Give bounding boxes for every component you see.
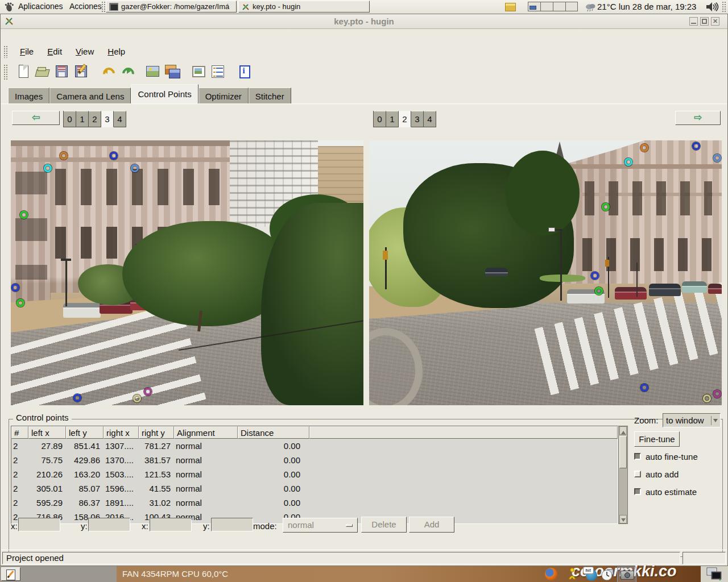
- next-pair-button[interactable]: ⇨: [675, 111, 721, 125]
- maximize-button[interactable]: [700, 17, 709, 26]
- package-icon[interactable]: [505, 3, 516, 11]
- control-point[interactable]: [20, 211, 28, 219]
- control-point[interactable]: [591, 272, 599, 280]
- mode-dropdown[interactable]: normal: [283, 518, 358, 533]
- toolbar-about-button[interactable]: [235, 63, 253, 81]
- prev-pair-button[interactable]: ⇦: [12, 111, 60, 125]
- control-point[interactable]: [144, 388, 152, 396]
- column-header-right-x[interactable]: right x: [104, 426, 139, 439]
- checkbox-auto-estimate[interactable]: auto estimate: [634, 487, 697, 496]
- image-select-3[interactable]: 3: [101, 111, 114, 127]
- menu-aplicaciones[interactable]: Aplicaciones: [15, 0, 67, 13]
- delete-button[interactable]: Delete: [361, 517, 407, 533]
- toolbar-save-button[interactable]: [53, 63, 71, 81]
- left-x-input[interactable]: [18, 518, 60, 531]
- column-header-left-y[interactable]: left y: [66, 426, 104, 439]
- scroll-down-arrow[interactable]: [619, 515, 627, 523]
- image-select-2[interactable]: 2: [399, 111, 411, 127]
- image-select-0[interactable]: 0: [64, 111, 76, 127]
- toolbar-preview-button[interactable]: [189, 63, 208, 81]
- control-point[interactable]: [131, 164, 139, 172]
- toolbar-new-button[interactable]: [14, 63, 32, 81]
- control-point[interactable]: [60, 152, 68, 160]
- clock-icon[interactable]: [601, 568, 614, 581]
- control-point[interactable]: [703, 394, 711, 402]
- image-select-4[interactable]: 4: [424, 111, 436, 127]
- tab-control-points[interactable]: Control Points: [131, 84, 198, 104]
- image-select-1[interactable]: 1: [76, 111, 89, 127]
- add-button[interactable]: Add: [409, 517, 454, 533]
- weather-icon[interactable]: [585, 2, 596, 12]
- control-point[interactable]: [110, 152, 118, 160]
- fine-tune-button[interactable]: Fine-tune: [634, 431, 680, 447]
- toolbar-add-image-button[interactable]: [144, 63, 162, 81]
- tab-images[interactable]: Images: [8, 88, 49, 104]
- control-point[interactable]: [624, 158, 632, 166]
- tab-camera-and-lens[interactable]: Camera and Lens: [49, 88, 131, 104]
- image-select-2[interactable]: 2: [89, 111, 101, 127]
- column-header-right-y[interactable]: right y: [139, 426, 174, 439]
- column-header-Alignment[interactable]: Alignment: [174, 426, 238, 439]
- firefox-icon[interactable]: [545, 568, 557, 580]
- workspace-2[interactable]: [540, 2, 553, 11]
- close-button[interactable]: ✕: [711, 17, 719, 26]
- control-point[interactable]: [595, 287, 603, 295]
- minimize-button[interactable]: [689, 17, 698, 26]
- panel-handle[interactable]: [101, 1, 105, 13]
- control-point[interactable]: [73, 394, 81, 402]
- control-point[interactable]: [11, 284, 19, 292]
- right-y-input[interactable]: [211, 518, 253, 531]
- control-point[interactable]: [692, 142, 700, 150]
- workspace-3[interactable]: [553, 2, 565, 11]
- tab-stitcher[interactable]: Stitcher: [249, 88, 291, 104]
- column-header-#[interactable]: #: [11, 426, 28, 439]
- titlebar[interactable]: key.pto - hugin ✕: [1, 14, 727, 29]
- control-point[interactable]: [640, 384, 648, 392]
- scroll-up-arrow[interactable]: [619, 426, 627, 435]
- workspace-4[interactable]: [565, 2, 578, 11]
- menu-help[interactable]: Help: [101, 45, 132, 58]
- image-select-0[interactable]: 0: [374, 111, 386, 127]
- table-scrollbar[interactable]: [618, 426, 628, 524]
- image-select-3[interactable]: 3: [411, 111, 424, 127]
- scrollbar-thumb[interactable]: [619, 436, 627, 468]
- toolbar-add-images-button[interactable]: [163, 63, 181, 81]
- table-row[interactable]: 2305.0185.071596....41.55normal0.00: [11, 481, 618, 496]
- task-button-hugin[interactable]: key.pto - hugin: [238, 1, 370, 13]
- control-point[interactable]: [133, 394, 141, 402]
- menubar-handle[interactable]: [3, 45, 7, 58]
- aim-icon[interactable]: [566, 568, 578, 580]
- toolbar-undo-button[interactable]: [98, 63, 117, 81]
- toolbar-cp-list-button[interactable]: [209, 63, 227, 81]
- control-point[interactable]: [640, 144, 648, 152]
- checkbox-auto-fine-tune[interactable]: auto fine-tune: [634, 452, 698, 461]
- control-point[interactable]: [16, 299, 24, 307]
- table-row[interactable]: 275.75429.861370....381.57normal0.00: [11, 453, 618, 467]
- control-point[interactable]: [44, 164, 52, 172]
- workspace-1[interactable]: [528, 2, 540, 11]
- toolbar-save-as-button[interactable]: [72, 63, 90, 81]
- task-button-terminal[interactable]: gazer@Fokker: /home/gazer/Imá: [106, 1, 237, 13]
- checkbox-auto-add[interactable]: auto add: [634, 469, 679, 479]
- zoom-dropdown[interactable]: to window: [663, 413, 721, 427]
- window-list-button[interactable]: [1, 567, 20, 581]
- toolbar-open-button[interactable]: [34, 63, 52, 81]
- column-header-left-x[interactable]: left x: [28, 426, 66, 439]
- workspace-switcher[interactable]: [528, 2, 578, 11]
- gnome-foot-icon[interactable]: [4, 2, 14, 12]
- control-point[interactable]: [713, 390, 721, 398]
- menu-acciones[interactable]: Acciones: [66, 0, 105, 13]
- menu-file[interactable]: File: [13, 45, 40, 58]
- table-row[interactable]: 227.89851.411307....781.27normal0.00: [11, 439, 618, 453]
- toolbar-redo-button[interactable]: [118, 63, 136, 81]
- screens-icon[interactable]: [706, 567, 722, 581]
- column-header-Distance[interactable]: Distance: [238, 426, 309, 439]
- clock[interactable]: 21°C lun 28 de mar, 19:23: [597, 0, 696, 14]
- image-select-1[interactable]: 1: [386, 111, 399, 127]
- control-point[interactable]: [602, 203, 610, 211]
- menu-view[interactable]: View: [69, 45, 101, 58]
- menu-edit[interactable]: Edit: [40, 45, 69, 58]
- table-row[interactable]: 2595.2986.371891....31.02normal0.00: [11, 496, 618, 510]
- right-x-input[interactable]: [150, 518, 192, 531]
- left-image[interactable]: [11, 140, 363, 405]
